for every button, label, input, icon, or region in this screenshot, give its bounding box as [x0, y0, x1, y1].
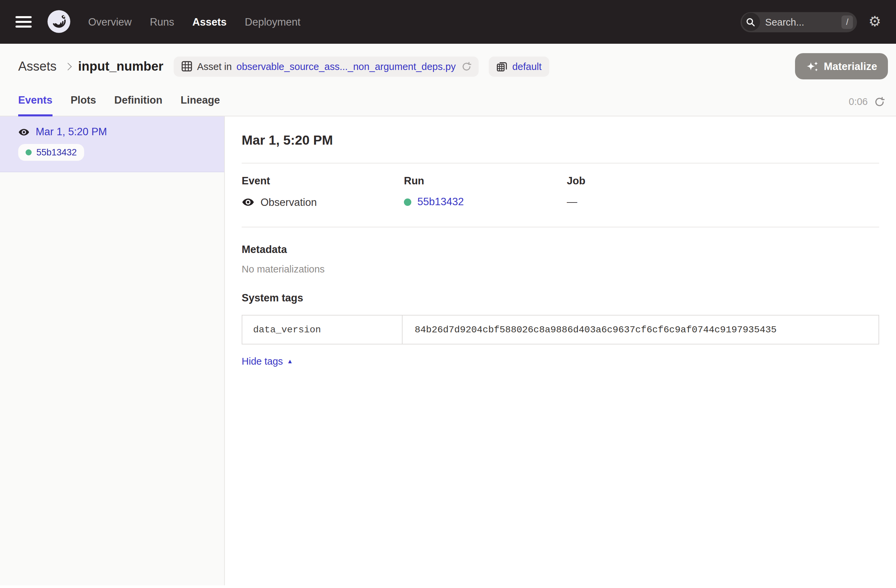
dagster-app: Overview Runs Assets Deployment Search..… — [0, 0, 896, 588]
job-label: Job — [567, 175, 585, 187]
tab-plots[interactable]: Plots — [71, 94, 96, 116]
refresh-icon[interactable] — [875, 97, 885, 106]
system-tags-heading: System tags — [242, 292, 879, 304]
run-id-text: 55b13432 — [37, 147, 77, 157]
tab-lineage[interactable]: Lineage — [180, 94, 220, 116]
materialize-label: Materialize — [824, 60, 877, 72]
menu-hamburger-icon[interactable] — [15, 16, 32, 27]
divider — [242, 163, 879, 164]
system-tags-table: data_version 84b26d7d9204cbf588026c8a988… — [242, 315, 879, 345]
dagster-logo[interactable] — [45, 8, 73, 36]
search-shortcut-badge: / — [841, 15, 853, 29]
job-column: Job — — [567, 175, 585, 208]
sparkle-icon — [805, 60, 818, 72]
chevron-right-icon — [64, 62, 72, 70]
breadcrumb-assets-link[interactable]: Assets — [18, 59, 56, 74]
breadcrumb: Assets input_number Asset in observable_… — [0, 44, 896, 85]
tag-key-cell: data_version — [242, 316, 402, 344]
content-area: Mar 1, 5:20 PM 55b13432 Mar 1, 5:20 PM E… — [0, 116, 896, 585]
search-placeholder: Search... — [765, 17, 841, 27]
run-id-link[interactable]: 55b13432 — [418, 196, 464, 208]
nav-deployment[interactable]: Deployment — [245, 16, 300, 28]
top-nav: Overview Runs Assets Deployment Search..… — [0, 0, 896, 44]
page-title: input_number — [78, 59, 163, 74]
auto-refresh: 0:06 — [849, 96, 885, 116]
asset-in-label: Asset in — [197, 61, 232, 71]
nav-runs[interactable]: Runs — [150, 16, 174, 28]
asset-grid-icon — [181, 61, 192, 72]
code-location-link[interactable]: default — [512, 61, 542, 71]
caret-up-icon: ▲ — [287, 358, 293, 364]
job-value: — — [567, 196, 585, 208]
divider — [242, 227, 879, 227]
hide-tags-label: Hide tags — [242, 356, 283, 367]
asset-definition-pill: Asset in observable_source_ass..._non_ar… — [173, 56, 478, 76]
tab-events[interactable]: Events — [18, 94, 52, 116]
hide-tags-link[interactable]: Hide tags ▲ — [242, 356, 293, 367]
asset-file-link[interactable]: observable_source_ass..._non_argument_de… — [237, 61, 456, 71]
event-type-value: Observation — [261, 196, 317, 208]
event-timestamp: Mar 1, 5:20 PM — [36, 126, 107, 138]
run-success-dot — [404, 198, 411, 205]
page-header: Assets input_number Asset in observable_… — [0, 44, 896, 116]
observation-eye-icon — [242, 196, 254, 208]
event-list-item-selected[interactable]: Mar 1, 5:20 PM 55b13432 — [0, 116, 224, 172]
search-input[interactable]: Search... / — [741, 12, 857, 32]
nav-overview[interactable]: Overview — [88, 16, 132, 28]
refresh-countdown: 0:06 — [849, 96, 868, 107]
event-label: Event — [242, 175, 404, 187]
reload-definition-icon[interactable] — [462, 62, 471, 71]
run-label: Run — [404, 175, 567, 187]
settings-gear-icon[interactable]: ⚙ — [869, 15, 881, 29]
tab-bar: Events Plots Definition Lineage 0:06 — [0, 85, 896, 116]
event-detail-panel: Mar 1, 5:20 PM Event Observation — [225, 116, 896, 585]
run-success-dot — [26, 149, 32, 155]
event-list-sidebar: Mar 1, 5:20 PM 55b13432 — [0, 116, 225, 585]
tag-value-cell: 84b26d7d9204cbf588026c8a9886d403a6c9637c… — [402, 316, 879, 344]
tab-definition[interactable]: Definition — [114, 94, 163, 116]
metadata-heading: Metadata — [242, 243, 879, 256]
code-location-pill: default — [489, 56, 549, 76]
primary-nav: Overview Runs Assets Deployment — [88, 16, 300, 28]
repo-icon — [496, 61, 507, 72]
event-column: Event Observation — [242, 175, 404, 208]
materialize-button[interactable]: Materialize — [795, 53, 888, 79]
nav-assets[interactable]: Assets — [192, 16, 227, 28]
observation-eye-icon — [18, 126, 30, 138]
run-column: Run 55b13432 — [404, 175, 567, 208]
search-icon — [742, 13, 760, 31]
metadata-empty-text: No materializations — [242, 264, 879, 275]
event-detail-title: Mar 1, 5:20 PM — [242, 132, 879, 148]
event-summary-columns: Event Observation Run 55b13432 — [242, 175, 879, 208]
run-id-pill[interactable]: 55b13432 — [18, 144, 84, 161]
